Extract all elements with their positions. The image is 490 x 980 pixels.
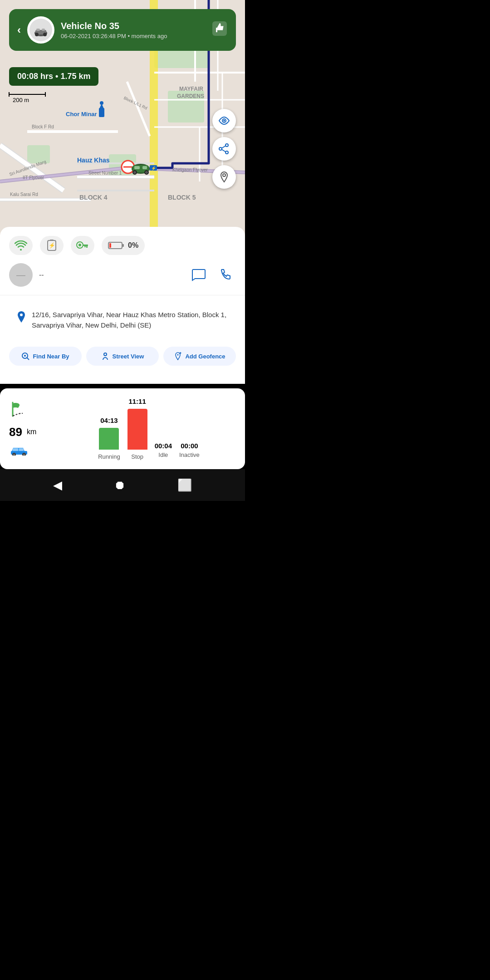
phone-button[interactable] xyxy=(216,265,236,285)
svg-point-100 xyxy=(13,454,15,456)
inactive-time: 00:00 xyxy=(181,442,198,450)
stop-bar xyxy=(127,409,147,450)
street-view-button[interactable]: Street View xyxy=(86,347,159,366)
share-button[interactable] xyxy=(212,137,236,161)
svg-text:Block F Rd: Block F Rd xyxy=(32,124,54,129)
svg-point-66 xyxy=(43,33,47,36)
svg-point-90 xyxy=(24,355,26,357)
svg-text:BLOCK 5: BLOCK 5 xyxy=(168,194,196,201)
navigation-bar: ◀ ⏺ ⬜ xyxy=(0,469,245,501)
vehicle-info: Vehicle No 35 06-02-2021 03:26:48 PM • m… xyxy=(61,21,205,39)
eye-button[interactable] xyxy=(212,109,236,132)
inactive-stat: 00:00 Inactive xyxy=(179,442,200,460)
svg-point-34 xyxy=(133,171,136,174)
svg-rect-63 xyxy=(36,29,40,31)
stop-time: 11:11 xyxy=(128,397,146,405)
address-text: 12/16, Sarvapriya Vihar, Near Hauz Khas … xyxy=(32,310,229,330)
svg-point-36 xyxy=(145,171,148,174)
add-geofence-button[interactable]: Add Geofence xyxy=(163,347,236,366)
address-section: 12/16, Sarvapriya Vihar, Near Hauz Khas … xyxy=(9,303,236,338)
idle-stat: 00:04 Idle xyxy=(155,442,172,460)
duration-bar: 00:08 hrs • 1.75 km xyxy=(9,67,98,86)
back-button[interactable]: ‹ xyxy=(17,24,21,36)
stats-row: 89 km 04:13 xyxy=(9,397,236,460)
contact-name: -- xyxy=(39,271,189,279)
car-icon xyxy=(9,445,29,457)
vehicle-avatar xyxy=(27,16,54,44)
vehicle-header: ‹ Vehicle No 35 06-02-2021 03:26:48 PM •… xyxy=(9,9,236,51)
thumbs-up-icon[interactable] xyxy=(211,20,228,40)
stats-left: 89 km xyxy=(9,401,54,457)
svg-text:⚡: ⚡ xyxy=(151,166,157,171)
stop-stat: 11:11 Stop xyxy=(127,397,147,460)
svg-rect-97 xyxy=(13,448,18,451)
vehicle-datetime: 06-02-2021 03:26:48 PM • moments ago xyxy=(61,33,205,39)
contact-row: — -- xyxy=(9,263,236,287)
svg-point-65 xyxy=(35,33,39,36)
svg-text:200 m: 200 m xyxy=(13,97,29,103)
svg-text:Street Number 1: Street Number 1 xyxy=(88,171,122,176)
location-button[interactable] xyxy=(212,165,236,189)
action-buttons-row: Find Near By Street View Add Geofence xyxy=(9,347,236,366)
svg-point-91 xyxy=(104,353,107,356)
svg-rect-98 xyxy=(19,448,24,451)
chat-button[interactable] xyxy=(189,265,209,285)
svg-point-70 xyxy=(225,144,228,147)
svg-text:Hauz Khas: Hauz Khas xyxy=(77,157,110,164)
svg-rect-85 xyxy=(122,244,124,247)
svg-text:Khelgaon Flyover: Khelgaon Flyover xyxy=(172,167,208,172)
svg-point-80 xyxy=(78,244,81,246)
find-nearby-label: Find Near By xyxy=(33,353,69,360)
svg-line-73 xyxy=(222,146,225,148)
vehicle-name: Vehicle No 35 xyxy=(61,21,205,31)
svg-text:Kalu Sarai Rd: Kalu Sarai Rd xyxy=(10,192,38,197)
svg-rect-77 xyxy=(50,240,54,241)
svg-point-72 xyxy=(225,151,228,154)
nav-recents-button[interactable]: ⬜ xyxy=(177,478,192,492)
svg-point-71 xyxy=(219,147,222,150)
divider-1 xyxy=(0,295,245,295)
map-action-buttons xyxy=(212,109,236,189)
running-stat: 04:13 Running xyxy=(98,416,120,460)
svg-line-74 xyxy=(222,150,225,152)
distance-info: 89 km xyxy=(9,425,36,439)
contact-avatar: — xyxy=(9,263,33,287)
bottom-panel: ⚡ 0% — -- xyxy=(0,227,245,384)
running-label: Running xyxy=(98,453,120,460)
address-pin-icon xyxy=(16,311,26,325)
status-icons-row: ⚡ 0% xyxy=(9,236,236,255)
idle-label: Idle xyxy=(158,451,168,458)
battery-percentage: 0% xyxy=(128,241,138,250)
svg-point-69 xyxy=(223,120,225,122)
running-bar xyxy=(99,428,119,450)
nav-back-button[interactable]: ◀ xyxy=(53,478,62,492)
svg-rect-81 xyxy=(83,245,88,246)
svg-rect-82 xyxy=(86,246,88,248)
inactive-label: Inactive xyxy=(179,451,200,458)
svg-rect-3 xyxy=(27,145,50,163)
flag-icon xyxy=(9,401,26,420)
key-status xyxy=(71,236,94,255)
nav-home-button[interactable]: ⏺ xyxy=(114,478,126,492)
contact-action-buttons xyxy=(189,265,236,285)
svg-rect-31 xyxy=(134,166,140,169)
stop-label: Stop xyxy=(131,453,143,460)
svg-point-75 xyxy=(223,174,225,176)
battery-level: 0% xyxy=(102,236,145,255)
running-time: 04:13 xyxy=(100,416,118,424)
trip-duration: 00:08 hrs • 1.75 km xyxy=(17,72,90,81)
find-nearby-button[interactable]: Find Near By xyxy=(9,347,82,366)
svg-line-89 xyxy=(27,358,29,360)
wifi-status xyxy=(9,236,33,255)
add-geofence-label: Add Geofence xyxy=(185,353,225,360)
svg-text:MAYFAIR: MAYFAIR xyxy=(179,86,203,92)
distance-value: 89 xyxy=(9,425,22,439)
svg-text:⚡: ⚡ xyxy=(49,242,55,249)
svg-rect-83 xyxy=(84,246,86,247)
street-view-label: Street View xyxy=(113,353,144,360)
svg-rect-64 xyxy=(42,29,45,31)
svg-point-41 xyxy=(100,101,103,105)
svg-rect-32 xyxy=(142,166,147,169)
battery-charge-status: ⚡ xyxy=(40,236,64,255)
idle-time: 00:04 xyxy=(155,442,172,450)
